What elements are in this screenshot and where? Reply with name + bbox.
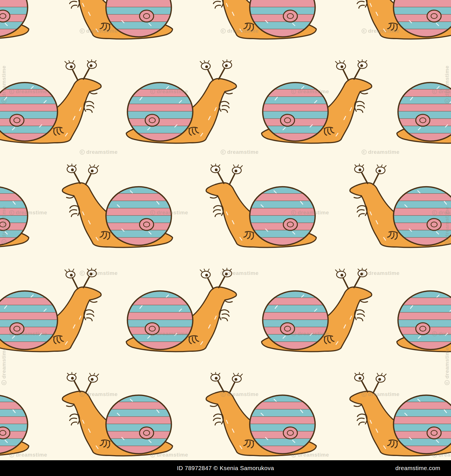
snail-illustration [262, 268, 372, 356]
snail-illustration [0, 268, 101, 356]
snail-illustration [0, 372, 29, 461]
snail-illustration [0, 164, 29, 252]
snail-illustration [0, 0, 29, 44]
snail-illustration [397, 60, 451, 148]
snail-illustration [62, 372, 173, 461]
snail-illustration [350, 372, 451, 461]
snail-illustration [0, 60, 101, 148]
snail-illustration [350, 0, 451, 44]
snail-illustration [62, 0, 173, 44]
snail-illustration [126, 268, 236, 356]
snail-illustration [206, 164, 316, 252]
snail-illustration [206, 0, 316, 44]
snail-illustration [397, 268, 451, 356]
image-id-and-author-credit: ID 78972847 © Ksenia Samorukova [177, 465, 274, 471]
snail-illustration [262, 60, 372, 148]
snail-illustration [62, 164, 173, 252]
snail-illustration [206, 372, 316, 461]
snail-illustration [350, 164, 451, 252]
watermark-credit-bar: ID 78972847 © Ksenia Samorukova dreamsti… [0, 460, 451, 476]
snail-illustration [126, 60, 236, 148]
snail-pattern-illustration [0, 0, 451, 476]
stock-image-snail-pattern: dreamstimedreamstimedreamstimedreamstime… [0, 0, 451, 476]
dreamstime-site-label: dreamstime.com [395, 465, 440, 471]
